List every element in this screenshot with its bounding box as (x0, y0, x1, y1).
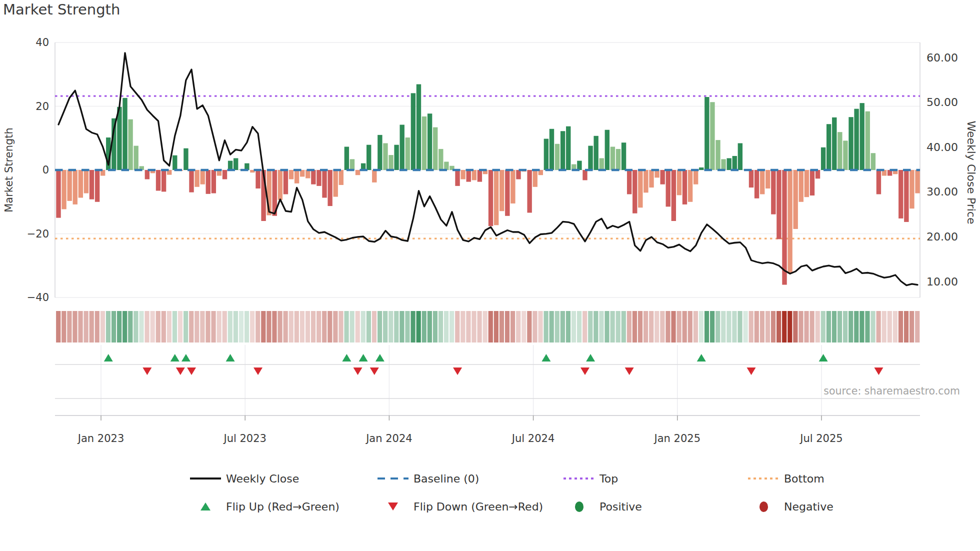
market-strength-page: Jan 2023Jul 2023Jan 2024Jul 2024Jan 2025… (0, 0, 980, 551)
flip-up-triangle-icon (190, 502, 221, 510)
svg-text:60.00: 60.00 (926, 52, 958, 64)
flip-down-triangle-icon (378, 502, 408, 510)
svg-text:10.00: 10.00 (926, 276, 958, 288)
legend-label: Flip Up (Red→Green) (226, 500, 340, 513)
left-axis-label: Market Strength (3, 128, 15, 212)
svg-text:40: 40 (36, 36, 49, 48)
market-strength-chart: Jan 2023Jul 2023Jan 2024Jul 2024Jan 2025… (0, 0, 980, 551)
legend-item-top: Top (564, 472, 618, 485)
svg-text:20: 20 (36, 100, 49, 112)
legend-label: Flip Down (Green→Red) (414, 500, 543, 513)
page-title: Market Strength (3, 1, 120, 18)
legend-label: Top (600, 472, 618, 485)
legend-label: Weekly Close (226, 472, 299, 485)
legend-item-baseline: Baseline (0) (378, 472, 479, 485)
svg-text:Jul 2024: Jul 2024 (511, 432, 554, 444)
positive-circle-icon (564, 502, 594, 512)
legend-item-negative: Negative (748, 500, 834, 513)
legend-item-flip-down: Flip Down (Green→Red) (378, 500, 543, 513)
svg-text:−40: −40 (27, 292, 49, 304)
legend-item-bottom: Bottom (748, 472, 824, 485)
svg-text:Jul 2025: Jul 2025 (799, 432, 842, 444)
svg-text:Jan 2023: Jan 2023 (77, 432, 124, 444)
svg-text:−20: −20 (27, 228, 49, 240)
baseline-dash-icon (378, 478, 408, 480)
bottom-dotted-icon (748, 478, 779, 480)
right-axis-label: Weekly Close Price (965, 121, 978, 224)
svg-text:Jul 2023: Jul 2023 (222, 432, 266, 444)
legend-item-flip-up: Flip Up (Red→Green) (190, 500, 340, 513)
legend-item-weekly-close: Weekly Close (190, 472, 299, 485)
legend-item-positive: Positive (564, 500, 642, 513)
svg-text:30.00: 30.00 (926, 186, 958, 198)
weekly-close-line-icon (190, 478, 221, 480)
svg-text:Jan 2024: Jan 2024 (365, 432, 412, 444)
legend-label: Baseline (0) (414, 472, 479, 485)
negative-circle-icon (748, 502, 779, 512)
source-attribution: source: sharemaestro.com (824, 385, 960, 397)
svg-text:50.00: 50.00 (926, 96, 958, 108)
svg-text:40.00: 40.00 (926, 141, 958, 154)
legend-label: Negative (784, 500, 834, 513)
svg-text:0: 0 (42, 164, 49, 176)
svg-text:Jan 2025: Jan 2025 (654, 432, 701, 444)
svg-text:20.00: 20.00 (926, 230, 958, 243)
legend-label: Positive (600, 500, 642, 513)
legend-label: Bottom (784, 472, 824, 485)
top-dotted-icon (564, 478, 594, 480)
